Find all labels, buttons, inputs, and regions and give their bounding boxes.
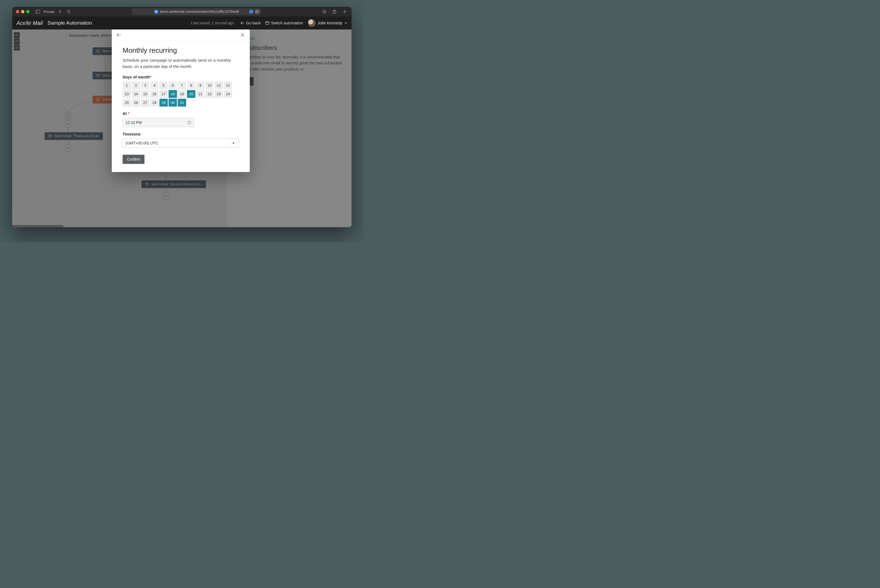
timezone-value: (GMT+00:00) UTC [126,141,158,145]
day-9[interactable]: 9 [196,81,204,89]
day-picker: 1234567891011121314151617181920212223242… [123,81,239,106]
monthly-recurring-modal: Monthly recurring Schedule your campaign… [112,30,250,172]
day-24[interactable]: 24 [224,90,232,98]
day-21[interactable]: 21 [196,90,204,98]
day-27[interactable]: 27 [141,99,149,106]
day-22[interactable]: 22 [206,90,214,98]
download-icon[interactable] [321,9,327,15]
day-5[interactable]: 5 [159,81,168,89]
modal-back-button[interactable] [116,32,123,38]
confirm-button[interactable]: Confirm [123,155,144,164]
nav-back-icon[interactable] [57,9,63,15]
day-4[interactable]: 4 [150,81,159,89]
day-29[interactable]: 29 [159,99,168,106]
day-2[interactable]: 2 [132,81,140,89]
browser-window: Private M demo.acellemail.com/automation… [12,7,351,227]
chevron-down-icon: ▾ [231,139,236,147]
page-title: Sample Automation [48,20,92,26]
clock-icon [187,121,191,124]
app-header: Acelle Mail Sample Automation Last saved… [12,16,351,30]
browser-titlebar: Private M demo.acellemail.com/automation… [12,7,351,16]
modal-subtitle: Schedule your campaign to automatically … [123,57,239,69]
day-6[interactable]: 6 [168,81,177,89]
sidebar-toggle-icon[interactable] [35,9,41,15]
day-23[interactable]: 23 [215,90,223,98]
site-badge-icon: M [154,10,158,14]
day-14[interactable]: 14 [132,90,140,98]
days-label: Days of month* [123,75,239,79]
day-8[interactable]: 8 [187,81,195,89]
user-menu[interactable]: Jolie Kennedy [308,19,347,27]
day-13[interactable]: 13 [123,90,131,98]
day-12[interactable]: 12 [224,81,232,89]
user-name: Jolie Kennedy [318,21,342,25]
window-controls [16,10,30,13]
day-15[interactable]: 15 [141,90,149,98]
day-16[interactable]: 16 [150,90,159,98]
timezone-select[interactable]: (GMT+00:00) UTC ▾ [123,138,239,148]
switch-icon [266,21,269,25]
minimize-window-button[interactable] [21,10,24,13]
svg-rect-4 [266,22,269,25]
time-value: 12:10 PM [126,120,142,124]
switch-automation-link[interactable]: Switch automation [266,21,303,25]
last-saved-label: Last saved: 1 second ago [191,21,234,25]
go-back-link[interactable]: Go back [240,21,261,25]
day-20[interactable]: 20 [187,90,195,98]
day-26[interactable]: 26 [132,99,140,106]
share-icon[interactable] [332,9,338,15]
app-logo[interactable]: Acelle Mail [17,20,43,26]
day-31[interactable]: 31 [178,99,186,106]
at-label: At * [123,111,239,116]
day-10[interactable]: 10 [206,81,214,89]
day-7[interactable]: 7 [178,81,186,89]
day-19[interactable]: 19 [178,90,186,98]
go-back-label: Go back [246,21,261,25]
audio-icon[interactable]: 🔊 [249,9,253,14]
day-1[interactable]: 1 [123,81,131,89]
close-window-button[interactable] [16,10,19,13]
modal-close-button[interactable] [239,32,246,38]
day-11[interactable]: 11 [215,81,223,89]
svg-rect-0 [36,10,40,14]
day-25[interactable]: 25 [123,99,131,106]
new-tab-icon[interactable] [342,9,348,15]
more-icon[interactable]: ⋯ [255,9,259,14]
avatar [308,19,315,27]
day-3[interactable]: 3 [141,81,149,89]
private-label: Private [44,10,54,14]
url-text: demo.acellemail.com/automation/5e12affbc… [160,10,239,14]
arrow-left-icon [240,21,244,25]
time-input[interactable]: 12:10 PM [123,118,194,127]
modal-title: Monthly recurring [123,46,239,55]
switch-label: Switch automation [271,21,303,25]
reload-icon[interactable] [66,9,72,15]
day-17[interactable]: 17 [159,90,168,98]
timezone-label: Timezone [123,132,239,136]
day-30[interactable]: 30 [168,99,177,106]
chevron-down-icon [344,22,347,24]
address-bar[interactable]: M demo.acellemail.com/automation/5e12aff… [132,8,261,15]
maximize-window-button[interactable] [26,10,30,13]
day-18[interactable]: 18 [168,90,177,98]
day-28[interactable]: 28 [150,99,159,106]
